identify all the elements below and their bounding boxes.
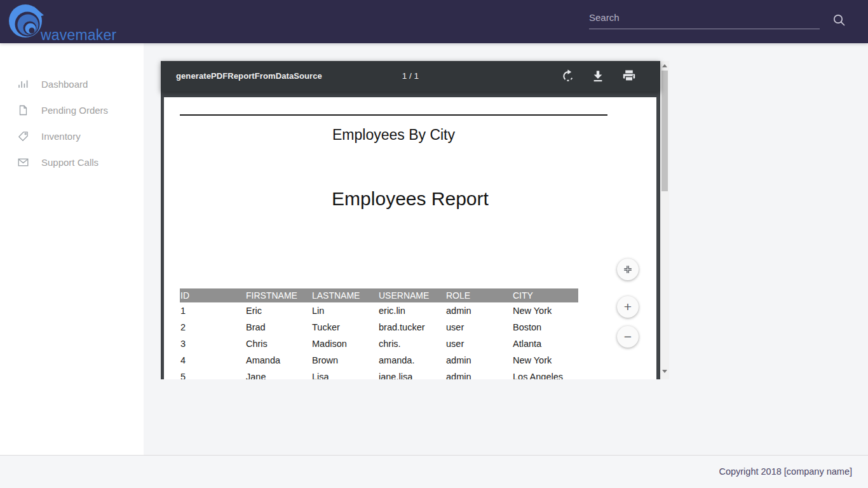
rotate-button[interactable] — [560, 68, 576, 85]
report-divider-line — [180, 114, 607, 116]
report-table: IDFIRSTNAMELASTNAMEUSERNAMEROLECITY1Eric… — [180, 288, 578, 379]
table-cell: user — [445, 319, 512, 336]
pdf-toolbar: generatePDFReportFromDataSource 1 / 1 — [161, 61, 660, 92]
table-cell: eric.lin — [378, 302, 445, 319]
table-cell: brad.tucker — [378, 319, 445, 336]
table-cell: Los Angeles — [512, 369, 578, 379]
app-logo[interactable]: wavemaker — [8, 4, 129, 41]
sidebar-item-inventory[interactable]: Inventory — [0, 123, 144, 149]
table-cell: Lin — [311, 302, 378, 319]
table-cell: 2 — [180, 319, 245, 336]
search-input[interactable] — [589, 7, 820, 29]
table-cell: New York — [512, 352, 578, 369]
table-cell: 5 — [180, 369, 245, 379]
table-cell: chris. — [378, 336, 445, 352]
app-header: wavemaker — [0, 0, 868, 43]
table-cell: Amanda — [245, 352, 311, 369]
envelope-icon — [18, 157, 29, 168]
table-header-cell: ROLE — [445, 288, 512, 302]
sidebar-item-label: Support Calls — [41, 157, 98, 168]
table-header-cell: CITY — [512, 288, 578, 302]
table-cell: Brad — [245, 319, 311, 336]
download-icon — [590, 68, 606, 85]
app-footer: Copyright 2018 [company name] — [0, 455, 868, 488]
report-header-title: Employees By City — [180, 126, 607, 144]
app-root: wavemaker DashboardPending OrdersInvento… — [0, 0, 868, 488]
bar-chart-icon — [18, 79, 29, 90]
table-cell: admin — [445, 352, 512, 369]
table-cell: Boston — [512, 319, 578, 336]
table-cell: 3 — [180, 336, 245, 352]
table-cell: admin — [445, 302, 512, 319]
sidebar-item-label: Inventory — [41, 131, 81, 142]
pdf-page-indicator: 1 / 1 — [161, 61, 660, 92]
table-cell: Atlanta — [512, 336, 578, 352]
sidebar-item-label: Pending Orders — [41, 105, 108, 116]
table-cell: admin — [445, 369, 512, 379]
report-title: Employees Report — [164, 188, 656, 210]
search-icon[interactable] — [832, 13, 846, 27]
rotate-clockwise-icon — [560, 68, 576, 85]
sidebar-item-pending-orders[interactable]: Pending Orders — [0, 97, 144, 123]
table-header-cell: LASTNAME — [311, 288, 378, 302]
pdf-scrollbar[interactable] — [660, 61, 669, 379]
tag-icon — [18, 131, 29, 142]
sidebar-nav: DashboardPending OrdersInventorySupport … — [0, 43, 144, 175]
copyright-text: Copyright 2018 [company name] — [719, 456, 852, 487]
table-header-cell: ID — [180, 288, 245, 302]
table-cell: Eric — [245, 302, 311, 319]
scrollbar-thumb[interactable] — [661, 71, 668, 191]
pdf-page: Employees By City Employees Report IDFIR… — [164, 97, 656, 379]
print-button[interactable] — [621, 68, 637, 85]
table-cell: Jane — [245, 369, 311, 379]
table-cell: New York — [512, 302, 578, 319]
pdf-viewer: generatePDFReportFromDataSource 1 / 1 — [161, 61, 669, 379]
table-cell: Madison — [311, 336, 378, 352]
scroll-down-arrow-icon[interactable] — [660, 367, 669, 376]
print-icon — [621, 68, 637, 85]
table-cell: amanda. — [378, 352, 445, 369]
sidebar-item-support-calls[interactable]: Support Calls — [0, 149, 144, 175]
scroll-up-arrow-icon[interactable] — [660, 62, 669, 70]
table-cell: Tucker — [311, 319, 378, 336]
download-button[interactable] — [590, 68, 606, 85]
table-cell: 4 — [180, 352, 245, 369]
table-cell: jane.lisa — [378, 369, 445, 379]
table-cell: Lisa — [311, 369, 378, 379]
table-header-cell: FIRSTNAME — [245, 288, 311, 302]
search-box — [589, 7, 820, 32]
document-icon — [18, 105, 29, 116]
sidebar-item-label: Dashboard — [41, 79, 88, 90]
sidebar: DashboardPending OrdersInventorySupport … — [0, 43, 144, 455]
zoom-out-button[interactable]: − — [617, 326, 639, 348]
table-cell: user — [445, 336, 512, 352]
logo-text: wavemaker — [41, 27, 116, 44]
table-cell: 1 — [180, 302, 245, 319]
zoom-in-button[interactable]: + — [617, 296, 639, 318]
table-header-cell: USERNAME — [378, 288, 445, 302]
table-cell: Chris — [245, 336, 311, 352]
fit-to-page-icon — [621, 263, 634, 276]
wavemaker-logo-icon — [8, 4, 44, 39]
fit-to-page-button[interactable] — [617, 259, 639, 280]
table-cell: Brown — [311, 352, 378, 369]
sidebar-item-dashboard[interactable]: Dashboard — [0, 71, 144, 97]
